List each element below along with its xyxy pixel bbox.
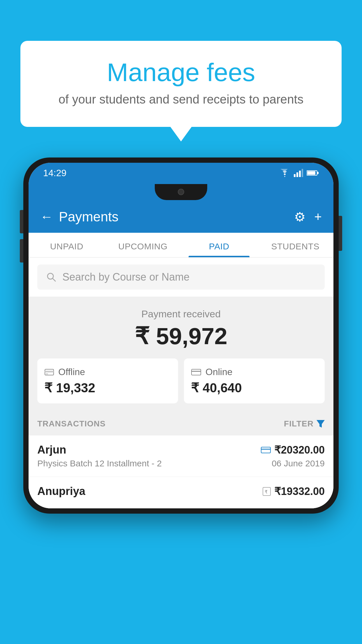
transaction-top: Arjun ₹20320.00 <box>37 444 325 456</box>
svg-rect-10 <box>45 371 54 372</box>
header-title: Payments <box>59 209 294 225</box>
status-bar: 14:29 <box>29 163 333 183</box>
online-card-header: Online <box>191 367 318 377</box>
card-payment-icon <box>261 446 271 454</box>
offline-card-header: Offline <box>44 367 171 377</box>
filter-button[interactable]: FILTER <box>284 419 325 428</box>
back-button[interactable]: ← <box>40 209 53 224</box>
offline-icon <box>44 368 54 376</box>
status-time: 14:29 <box>43 168 66 178</box>
battery-icon <box>307 170 319 176</box>
camera <box>178 189 184 195</box>
vol-up-button[interactable] <box>20 210 23 233</box>
notch <box>155 184 207 200</box>
phone-frame: 14:29 <box>23 158 339 514</box>
online-icon <box>191 368 201 376</box>
bubble-title: Manage fees <box>44 58 318 87</box>
svg-rect-3 <box>302 169 303 177</box>
svg-text:₹: ₹ <box>265 489 268 494</box>
tabs-bar: UNPAID UPCOMING PAID STUDENTS <box>29 233 333 258</box>
transaction-top: Anupriya ₹ ₹19332.00 <box>37 485 325 498</box>
online-label: Online <box>205 367 233 377</box>
transactions-label: TRANSACTIONS <box>37 419 106 428</box>
svg-rect-15 <box>261 447 270 453</box>
offline-amount: ₹ 19,332 <box>44 380 171 395</box>
vol-down-button[interactable] <box>20 239 23 262</box>
filter-label: FILTER <box>284 419 314 428</box>
transaction-amount-wrapper: ₹20320.00 <box>261 444 325 456</box>
app-header: ← Payments ⚙ + <box>29 201 333 233</box>
payment-received-section: Payment received ₹ 59,972 Offline ₹ 19,3… <box>29 297 333 412</box>
search-placeholder: Search by Course or Name <box>62 271 189 283</box>
transactions-header: TRANSACTIONS FILTER <box>29 412 333 435</box>
svg-rect-11 <box>46 374 48 374</box>
header-icons: ⚙ + <box>294 209 322 224</box>
payment-total-amount: ₹ 59,972 <box>37 323 325 350</box>
search-bar[interactable]: Search by Course or Name <box>37 265 325 290</box>
notch-area <box>29 183 333 201</box>
transaction-row[interactable]: Arjun ₹20320.00 Physics Batch 12 Install… <box>29 435 333 477</box>
offline-label: Offline <box>58 367 85 377</box>
transaction-name: Anupriya <box>37 485 85 498</box>
svg-rect-6 <box>317 172 319 174</box>
speech-bubble-container: Manage fees of your students and send re… <box>20 41 342 127</box>
wifi-icon <box>279 169 290 177</box>
transaction-amount: ₹20320.00 <box>274 444 325 456</box>
offline-payment-card: Offline ₹ 19,332 <box>37 358 178 403</box>
svg-rect-5 <box>307 171 315 175</box>
transaction-date: 06 June 2019 <box>272 459 325 468</box>
rupee-payment-icon: ₹ <box>263 487 271 496</box>
search-icon <box>46 272 57 282</box>
bubble-subtitle: of your students and send receipts to pa… <box>44 92 318 106</box>
tab-unpaid[interactable]: UNPAID <box>29 233 105 257</box>
online-payment-card: Online ₹ 40,640 <box>184 358 325 403</box>
svg-rect-0 <box>294 174 296 177</box>
search-container: Search by Course or Name <box>29 258 333 297</box>
transaction-amount: ₹19332.00 <box>274 485 325 498</box>
svg-rect-1 <box>296 172 298 177</box>
svg-line-8 <box>52 278 55 281</box>
payment-breakdown: Offline ₹ 19,332 Online ₹ 40,640 <box>37 358 325 403</box>
power-button[interactable] <box>339 216 342 251</box>
speech-bubble: Manage fees of your students and send re… <box>20 41 342 127</box>
svg-marker-14 <box>317 420 325 428</box>
transaction-amount-wrapper: ₹ ₹19332.00 <box>263 485 325 498</box>
status-icons <box>279 169 319 177</box>
svg-rect-12 <box>191 369 201 375</box>
transaction-name: Arjun <box>37 444 66 456</box>
transaction-desc: Physics Batch 12 Installment - 2 <box>37 459 162 468</box>
settings-icon[interactable]: ⚙ <box>294 209 305 224</box>
phone-screen: 14:29 <box>29 163 333 508</box>
tab-upcoming[interactable]: UPCOMING <box>105 233 181 257</box>
svg-rect-2 <box>299 171 301 177</box>
filter-icon <box>317 420 325 428</box>
online-amount: ₹ 40,640 <box>191 380 318 395</box>
signal-icon <box>294 169 303 177</box>
payment-label: Payment received <box>37 308 325 320</box>
add-icon[interactable]: + <box>314 209 322 224</box>
tab-students[interactable]: STUDENTS <box>257 233 334 257</box>
transaction-row[interactable]: Anupriya ₹ ₹19332.00 <box>29 477 333 508</box>
tab-paid[interactable]: PAID <box>181 233 257 257</box>
transaction-bottom: Physics Batch 12 Installment - 2 06 June… <box>37 459 325 468</box>
